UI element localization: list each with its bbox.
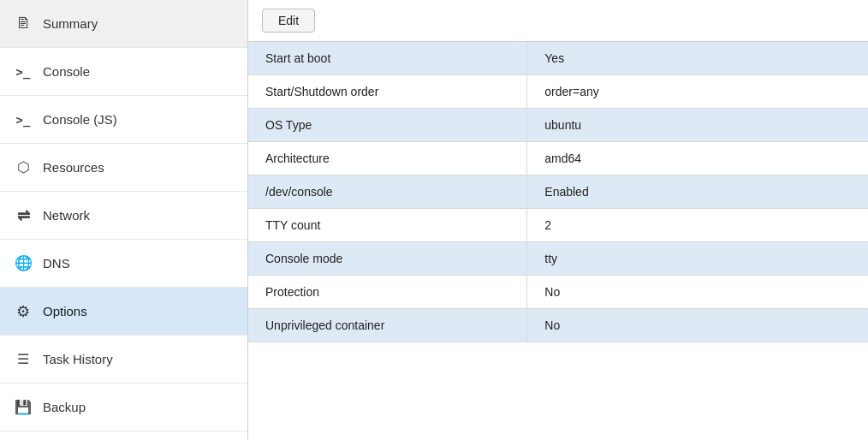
- table-cell-value: No: [527, 276, 868, 309]
- table-cell-key: Unprivileged container: [248, 309, 527, 342]
- sidebar-item-label-options: Options: [43, 304, 87, 318]
- sidebar-item-backup[interactable]: Backup: [0, 384, 247, 431]
- console-icon: [14, 62, 33, 80]
- table-row: Unprivileged containerNo: [248, 309, 868, 342]
- sidebar-item-label-console: Console: [43, 64, 90, 79]
- table-cell-key: TTY count: [248, 209, 527, 242]
- table-row: ProtectionNo: [248, 276, 868, 309]
- edit-button[interactable]: Edit: [262, 9, 315, 33]
- summary-icon: [14, 15, 33, 33]
- toolbar: Edit: [248, 0, 868, 42]
- sidebar-item-label-backup: Backup: [43, 400, 86, 414]
- table-container: Start at bootYesStart/Shutdown orderorde…: [248, 42, 868, 440]
- table-row: OS Typeubuntu: [248, 109, 868, 142]
- table-cell-key: /dev/console: [248, 175, 527, 209]
- table-cell-key: Console mode: [248, 242, 527, 276]
- consolejs-icon: [14, 110, 33, 128]
- table-cell-key: Start at boot: [248, 42, 527, 75]
- table-cell-value: 2: [527, 209, 868, 242]
- table-row: Console modetty: [248, 242, 868, 276]
- sidebar-item-console-js[interactable]: Console (JS): [0, 96, 247, 144]
- table-cell-key: Start/Shutdown order: [248, 75, 527, 109]
- dns-icon: [14, 254, 33, 272]
- sidebar-item-dns[interactable]: DNS: [0, 240, 247, 288]
- table-cell-value: No: [527, 309, 868, 342]
- sidebar-item-console[interactable]: Console: [0, 48, 247, 96]
- sidebar-item-network[interactable]: Network: [0, 192, 247, 240]
- sidebar-item-label-task-history: Task History: [43, 352, 113, 366]
- sidebar-item-summary[interactable]: Summary: [0, 0, 247, 48]
- sidebar-item-label-summary: Summary: [43, 16, 98, 31]
- table-cell-key: Architecture: [248, 142, 527, 175]
- options-icon: [14, 302, 33, 321]
- table-cell-key: Protection: [248, 276, 527, 309]
- sidebar-item-label-dns: DNS: [43, 256, 70, 271]
- table-cell-value: Enabled: [527, 175, 868, 209]
- resources-icon: [14, 158, 33, 176]
- sidebar-item-label-network: Network: [43, 208, 90, 223]
- sidebar: SummaryConsoleConsole (JS)ResourcesNetwo…: [0, 0, 248, 440]
- table-row: /dev/consoleEnabled: [248, 175, 868, 209]
- table-row: Start/Shutdown orderorder=any: [248, 75, 868, 109]
- taskhistory-icon: [14, 350, 33, 368]
- table-cell-value: tty: [527, 242, 868, 276]
- table-cell-value: order=any: [527, 75, 868, 109]
- network-icon: [14, 206, 33, 225]
- table-row: TTY count2: [248, 209, 868, 242]
- sidebar-item-options[interactable]: Options: [0, 288, 247, 336]
- sidebar-item-task-history[interactable]: Task History: [0, 336, 247, 384]
- table-cell-key: OS Type: [248, 109, 527, 142]
- sidebar-item-label-resources: Resources: [43, 160, 104, 175]
- table-row: Architectureamd64: [248, 142, 868, 175]
- main-content: Edit Start at bootYesStart/Shutdown orde…: [248, 0, 868, 440]
- table-row: Start at bootYes: [248, 42, 868, 75]
- sidebar-item-label-console-js: Console (JS): [43, 112, 117, 127]
- table-cell-value: amd64: [527, 142, 868, 175]
- backup-icon: [14, 398, 33, 416]
- table-cell-value: ubuntu: [527, 109, 868, 142]
- options-table: Start at bootYesStart/Shutdown orderorde…: [248, 42, 868, 342]
- sidebar-item-resources[interactable]: Resources: [0, 144, 247, 192]
- table-cell-value: Yes: [527, 42, 868, 75]
